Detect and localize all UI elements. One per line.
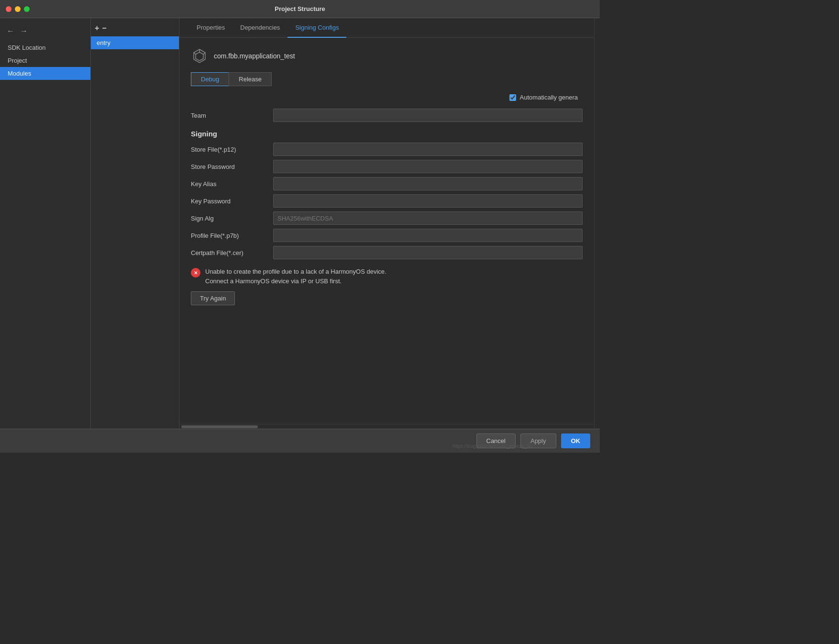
module-icon [191, 47, 208, 65]
vertical-scrollbar-panel[interactable] [594, 18, 600, 429]
store-password-label: Store Password [191, 163, 267, 170]
profile-file-label: Profile File(*.p7b) [191, 232, 267, 239]
key-password-label: Key Password [191, 198, 267, 205]
sidebar-item-modules[interactable]: Modules [0, 67, 90, 80]
content-area: Properties Dependencies Signing Configs [179, 18, 594, 429]
error-box: Unable to create the profile due to a la… [191, 267, 583, 286]
main-layout: ← → SDK Location Project Modules + − ent… [0, 18, 600, 429]
store-file-row: Store File(*.p12) [191, 143, 583, 156]
maximize-button[interactable] [24, 6, 30, 12]
module-header: com.fbb.myapplication_test [191, 47, 583, 65]
error-text: Unable to create the profile due to a la… [205, 267, 386, 286]
watermark: https://blog.csdn.net/Cool_breeze_bin [453, 444, 533, 449]
title-bar: Project Structure [0, 0, 600, 18]
store-file-label: Store File(*.p12) [191, 146, 267, 153]
certpath-file-label: Certpath File(*.cer) [191, 249, 267, 256]
certpath-file-input[interactable] [273, 246, 583, 259]
team-input[interactable] [273, 109, 583, 122]
module-name: com.fbb.myapplication_test [214, 52, 295, 60]
profile-file-input[interactable] [273, 229, 583, 242]
bottom-bar: Cancel Apply OK [0, 429, 600, 453]
module-item-entry[interactable]: entry [91, 36, 179, 49]
store-password-row: Store Password [191, 160, 583, 173]
tab-properties[interactable]: Properties [189, 18, 232, 38]
module-panel: + − entry [91, 18, 179, 429]
key-alias-input[interactable] [273, 177, 583, 190]
key-alias-label: Key Alias [191, 180, 267, 188]
close-button[interactable] [6, 6, 11, 12]
forward-button[interactable]: → [18, 26, 30, 36]
certpath-file-row: Certpath File(*.cer) [191, 246, 583, 259]
auto-generate-row: Automatically genera [191, 94, 583, 101]
auto-generate-checkbox[interactable] [509, 94, 516, 101]
profile-file-row: Profile File(*.p7b) [191, 229, 583, 242]
try-again-button[interactable]: Try Again [191, 291, 235, 305]
svg-marker-1 [196, 52, 203, 61]
add-module-button[interactable]: + [95, 24, 99, 33]
signing-section-title: Signing [191, 130, 583, 138]
store-file-input[interactable] [273, 143, 583, 156]
module-toolbar: + − [91, 22, 179, 36]
sign-alg-row: Sign Alg [191, 211, 583, 225]
auto-generate-label: Automatically genera [520, 94, 578, 101]
debug-config-button[interactable]: Debug [191, 72, 229, 86]
sidebar: ← → SDK Location Project Modules [0, 18, 91, 429]
sidebar-nav: ← → [0, 23, 90, 39]
minimize-button[interactable] [15, 6, 21, 12]
sidebar-item-project[interactable]: Project [0, 54, 90, 67]
remove-module-button[interactable]: − [102, 24, 106, 33]
scrollbar-thumb[interactable] [181, 425, 258, 428]
key-password-row: Key Password [191, 194, 583, 208]
tabs-bar: Properties Dependencies Signing Configs [179, 18, 594, 38]
sign-alg-input[interactable] [273, 211, 583, 225]
key-password-input[interactable] [273, 194, 583, 208]
sign-alg-label: Sign Alg [191, 215, 267, 222]
sidebar-items: SDK Location Project Modules [0, 39, 90, 82]
tab-signing-configs[interactable]: Signing Configs [287, 18, 346, 38]
traffic-lights [6, 6, 30, 12]
horizontal-scrollbar[interactable] [179, 424, 594, 429]
back-button[interactable]: ← [5, 26, 16, 36]
ok-button[interactable]: OK [561, 433, 591, 448]
team-label: Team [191, 112, 267, 119]
release-config-button[interactable]: Release [229, 72, 272, 86]
sidebar-item-sdk-location[interactable]: SDK Location [0, 41, 90, 54]
key-alias-row: Key Alias [191, 177, 583, 190]
config-buttons: Debug Release [191, 72, 583, 86]
content-body[interactable]: com.fbb.myapplication_test Debug Release… [179, 38, 594, 424]
team-row: Team [191, 109, 583, 122]
window-title: Project Structure [275, 5, 325, 12]
tab-dependencies[interactable]: Dependencies [232, 18, 287, 38]
store-password-input[interactable] [273, 160, 583, 173]
error-icon [191, 268, 200, 278]
